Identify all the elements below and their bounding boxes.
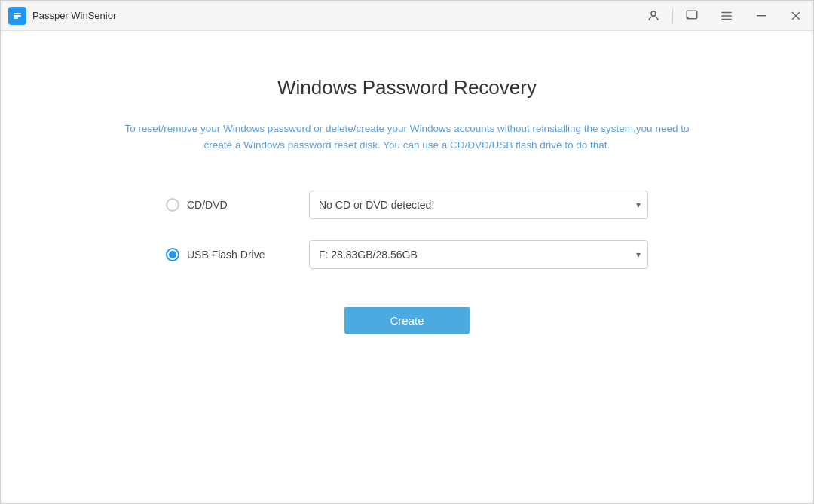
cddvd-dropdown-wrapper: No CD or DVD detected! ▾: [309, 191, 648, 219]
page-title: Windows Password Recovery: [277, 76, 537, 99]
usb-dropdown-wrapper: F: 28.83GB/28.56GB ▾: [309, 240, 648, 269]
chat-button[interactable]: [675, 1, 709, 31]
app-icon: [8, 7, 26, 25]
svg-rect-9: [757, 15, 766, 17]
cddvd-dropdown[interactable]: No CD or DVD detected!: [309, 191, 648, 219]
usb-option-row: USB Flash Drive F: 28.83GB/28.56GB ▾: [166, 240, 648, 269]
app-title: Passper WinSenior: [32, 10, 116, 21]
cddvd-option-row: CD/DVD No CD or DVD detected! ▾: [166, 191, 648, 219]
menu-button[interactable]: [709, 1, 744, 31]
account-button[interactable]: [636, 1, 671, 31]
svg-rect-2: [14, 15, 21, 17]
close-button[interactable]: [779, 1, 813, 31]
usb-dropdown[interactable]: F: 28.83GB/28.56GB: [309, 240, 648, 269]
description-text: To reset/remove your Windows password or…: [113, 121, 701, 153]
titlebar: Passper WinSenior: [1, 1, 813, 31]
svg-rect-3: [14, 17, 18, 19]
options-container: CD/DVD No CD or DVD detected! ▾ USB Flas…: [166, 191, 648, 269]
titlebar-right: [636, 1, 813, 30]
titlebar-left: Passper WinSenior: [8, 7, 116, 25]
svg-rect-1: [14, 13, 21, 14]
cddvd-label: CD/DVD: [187, 199, 228, 211]
app-window: Passper WinSenior: [0, 0, 814, 504]
create-button[interactable]: Create: [344, 307, 469, 334]
separator: [672, 8, 673, 23]
cddvd-radio-circle[interactable]: [166, 198, 179, 212]
main-content: Windows Password Recovery To reset/remov…: [1, 31, 813, 503]
usb-radio-label[interactable]: USB Flash Drive: [166, 248, 286, 261]
usb-label: USB Flash Drive: [187, 249, 265, 261]
cddvd-radio-label[interactable]: CD/DVD: [166, 198, 286, 212]
minimize-button[interactable]: [744, 1, 779, 31]
svg-point-4: [651, 11, 656, 16]
create-btn-wrapper: Create: [344, 307, 469, 334]
usb-radio-circle[interactable]: [166, 248, 179, 261]
